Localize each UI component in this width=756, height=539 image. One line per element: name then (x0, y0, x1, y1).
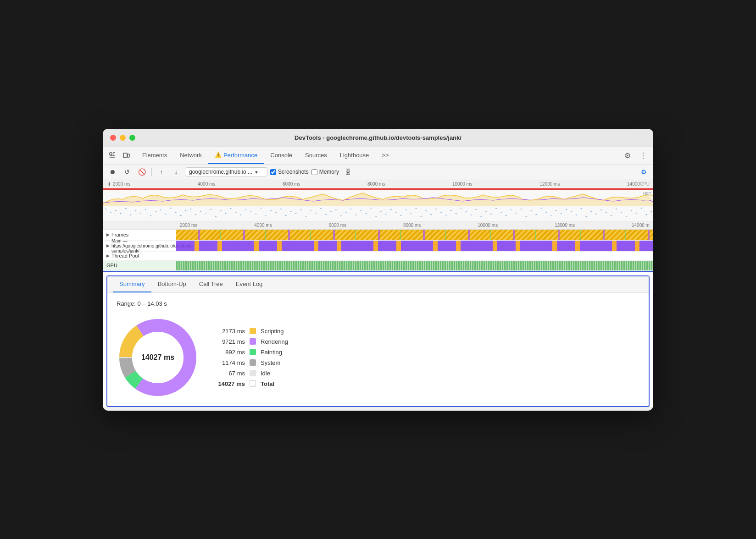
total-label: Total (261, 380, 274, 387)
main-label: ▶ Main — https://googlechrome.github.io/… (103, 238, 176, 253)
svg-rect-73 (435, 209, 436, 209)
tl-ruler-4000: 4000 ms (254, 223, 272, 228)
record-button[interactable]: ⏺ (106, 166, 118, 178)
frames-arrow: ▶ (106, 232, 110, 237)
svg-rect-47 (306, 216, 306, 217)
svg-rect-99 (566, 209, 567, 210)
svg-rect-13 (135, 210, 136, 211)
ruler-6000: 6000 ms (283, 182, 300, 187)
tab-call-tree[interactable]: Call Tree (193, 276, 229, 292)
rendering-swatch (250, 338, 256, 345)
gpu-text: GPU (106, 263, 117, 268)
svg-rect-23 (185, 210, 186, 211)
main-track: ▶ Main — https://googlechrome.github.io/… (103, 241, 653, 252)
memory-toggle[interactable]: Memory (311, 169, 339, 175)
close-button[interactable] (110, 135, 116, 141)
tab-console[interactable]: Console (264, 147, 299, 164)
svg-rect-30 (220, 210, 221, 211)
reload-button[interactable]: ↺ (121, 166, 133, 178)
timeline-overview[interactable]: ⏸ 2000 ms 4000 ms 6000 ms 8000 ms 10000 … (103, 180, 653, 221)
minimize-button[interactable] (120, 135, 126, 141)
more-options-icon[interactable]: ⋮ (637, 149, 650, 162)
devtools-window: DevTools - googlechrome.github.io/devtoo… (103, 129, 653, 411)
svg-rect-110 (621, 212, 622, 213)
tab-more[interactable]: >> (375, 147, 395, 164)
svg-rect-7 (105, 209, 106, 209)
idle-value: 67 ms (217, 370, 245, 377)
svg-rect-89 (516, 213, 517, 214)
svg-rect-88 (511, 209, 511, 210)
svg-rect-81 (476, 209, 477, 210)
svg-rect-44 (290, 211, 291, 212)
painting-label: Painting (261, 349, 282, 356)
tab-elements[interactable]: Elements (136, 147, 173, 164)
svg-rect-21 (175, 212, 176, 213)
legend-total: 14027 ms Total (217, 380, 288, 387)
download-button[interactable]: ↓ (170, 166, 182, 178)
total-swatch (250, 380, 256, 387)
svg-rect-78 (461, 208, 461, 209)
tab-event-log[interactable]: Event Log (229, 276, 269, 292)
inspect-element-icon[interactable] (106, 149, 118, 161)
idle-label: Idle (261, 370, 270, 377)
memory-checkbox[interactable] (311, 169, 317, 175)
svg-rect-114 (641, 208, 642, 209)
tab-lighthouse[interactable]: Lighthouse (334, 147, 376, 164)
idle-swatch (250, 370, 256, 376)
clear-button[interactable]: 🚫 (136, 166, 148, 178)
svg-rect-96 (550, 215, 551, 216)
devtools-content: Elements Network ⚠️ Performance Console … (103, 147, 653, 407)
svg-rect-43 (285, 215, 286, 216)
maximize-button[interactable] (129, 135, 135, 141)
device-toolbar-icon[interactable] (120, 149, 132, 161)
svg-rect-63 (385, 214, 386, 214)
svg-rect-34 (240, 214, 241, 215)
tab-network[interactable]: Network (173, 147, 208, 164)
svg-rect-53 (335, 209, 336, 210)
svg-rect-46 (300, 209, 301, 210)
tl-ruler-12000: 12000 ms (555, 223, 575, 228)
svg-rect-101 (576, 214, 577, 215)
tab-summary[interactable]: Summary (113, 276, 151, 292)
svg-rect-77 (456, 213, 456, 214)
thread-pool-label: ▶ Thread Pool (103, 253, 176, 258)
memory-icon[interactable]: 🗄 (342, 166, 354, 178)
svg-rect-9 (115, 210, 116, 211)
tab-bottom-up[interactable]: Bottom-Up (151, 276, 193, 292)
warning-icon: ⚠️ (215, 152, 222, 158)
svg-rect-65 (395, 212, 396, 213)
url-text: googlechrome.github.io ... (189, 169, 252, 175)
svg-rect-10 (120, 213, 121, 214)
svg-rect-70 (421, 216, 422, 217)
svg-rect-108 (611, 215, 611, 216)
ruler-10000: 10000 ms (452, 182, 472, 187)
svg-rect-69 (416, 208, 417, 209)
tab-performance[interactable]: ⚠️ Performance (208, 147, 264, 164)
upload-button[interactable]: ↑ (156, 166, 167, 178)
svg-rect-52 (330, 211, 331, 212)
svg-rect-107 (606, 212, 606, 213)
frames-text: Frames (111, 232, 128, 237)
tl-ruler-8000: 8000 ms (403, 223, 421, 228)
traffic-lights (110, 135, 135, 141)
svg-rect-59 (366, 213, 367, 214)
settings-gear-icon[interactable]: ⚙ (638, 166, 650, 178)
settings-icon[interactable]: ⚙ (621, 149, 634, 162)
tab-sources[interactable]: Sources (299, 147, 334, 164)
svg-rect-92 (531, 210, 532, 211)
scripting-label: Scripting (261, 328, 284, 335)
net-chart (103, 206, 653, 221)
url-dropdown-icon[interactable]: ▼ (254, 170, 259, 175)
thread-pool-track: ▶ Thread Pool (103, 252, 653, 261)
range-text: Range: 0 – 14.03 s (117, 300, 639, 307)
screenshots-checkbox[interactable] (270, 169, 276, 175)
svg-rect-45 (295, 213, 296, 214)
screenshots-toggle[interactable]: Screenshots (270, 169, 309, 175)
svg-rect-60 (371, 208, 372, 209)
svg-rect-28 (211, 209, 211, 210)
tl-ruler-10000: 10000 ms (478, 223, 498, 228)
svg-rect-36 (250, 211, 251, 212)
svg-rect-84 (490, 214, 491, 214)
ruler-4000: 4000 ms (198, 182, 215, 187)
frames-label: ▶ Frames (103, 232, 176, 237)
